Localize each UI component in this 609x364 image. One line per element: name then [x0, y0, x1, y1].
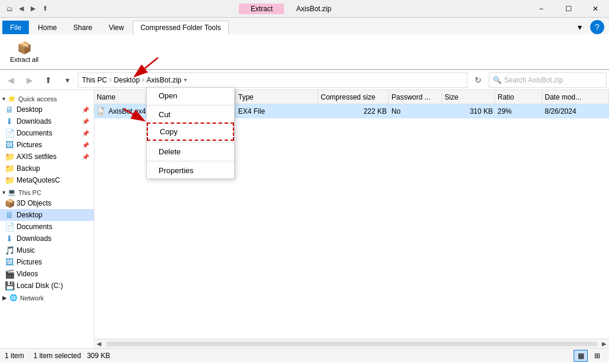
- this-pc-chevron: ▾: [2, 189, 5, 196]
- context-sep-3: [147, 161, 234, 161]
- help-button[interactable]: ?: [590, 20, 604, 34]
- large-icons-button[interactable]: ⊞: [590, 350, 604, 362]
- sidebar-item-downloads[interactable]: ⬇ Downloads 📌: [0, 115, 94, 127]
- search-icon: 🔍: [493, 76, 502, 84]
- quick-access-icon: 🗂: [5, 4, 14, 14]
- back-button[interactable]: ◀: [2, 72, 19, 88]
- extract-all-button[interactable]: 📦 Extract all: [5, 38, 44, 66]
- pin-icon-axis: 📌: [82, 154, 89, 160]
- extract-tab-title[interactable]: Extract: [239, 4, 284, 14]
- status-selected: 1 item selected 309 KB: [34, 352, 110, 360]
- sidebar-item-backup[interactable]: 📁 Backup: [0, 163, 94, 174]
- network-icon: 🌐: [9, 294, 18, 302]
- network-chevron: ▶: [2, 294, 7, 301]
- sidebar-item-downloads2[interactable]: ⬇ Downloads: [0, 233, 94, 244]
- file-icon: EX4: [97, 107, 106, 116]
- sidebar-item-pictures[interactable]: 🖼 Pictures 📌: [0, 139, 94, 151]
- sidebar-network[interactable]: ▶ 🌐 Network: [0, 292, 94, 303]
- sidebar-item-3d[interactable]: 📦 3D Objects: [0, 197, 94, 209]
- context-properties[interactable]: Properties: [147, 163, 234, 178]
- tab-home[interactable]: Home: [30, 21, 64, 34]
- scroll-right-btn[interactable]: ▶: [600, 339, 609, 349]
- context-open[interactable]: Open: [147, 88, 234, 104]
- sidebar-item-desktop2[interactable]: 🖥 Desktop: [0, 209, 94, 221]
- h-scrollbar-area[interactable]: ◀ ▶: [94, 339, 609, 348]
- context-delete[interactable]: Delete: [147, 144, 234, 160]
- col-password-label: Password ...: [391, 93, 430, 101]
- up-button[interactable]: ⬆: [40, 72, 57, 88]
- sidebar-3d-label: 3D Objects: [17, 199, 51, 207]
- recent-locations-button[interactable]: ▾: [59, 72, 75, 88]
- file-date-cell: 8/26/2024: [542, 104, 609, 118]
- maximize-button[interactable]: ☐: [555, 0, 582, 18]
- col-ratio[interactable]: Ratio: [495, 90, 542, 104]
- sidebar-item-pictures2[interactable]: 🖼 Pictures: [0, 256, 94, 268]
- documents2-icon: 📄: [5, 222, 14, 231]
- pictures-icon: 🖼: [5, 140, 14, 150]
- file-date: 8/26/2024: [545, 107, 576, 115]
- context-copy[interactable]: Copy: [147, 123, 234, 141]
- file-type-cell: EX4 File: [236, 104, 318, 118]
- ribbon-tabs: File Home Share View Compressed Folder T…: [0, 18, 609, 34]
- sidebar-item-videos[interactable]: 🎬 Videos: [0, 268, 94, 280]
- refresh-button[interactable]: ↻: [470, 72, 486, 88]
- up-icon[interactable]: ⬆: [40, 4, 50, 14]
- sidebar-item-music[interactable]: 🎵 Music: [0, 244, 94, 256]
- extract-icon: 📦: [17, 41, 32, 55]
- context-sep-1: [147, 105, 234, 105]
- sidebar-item-local-disk[interactable]: 💾 Local Disk (C:): [0, 280, 94, 292]
- breadcrumb-zip[interactable]: AxisBot.zip: [146, 76, 181, 84]
- breadcrumb-desktop[interactable]: Desktop: [114, 76, 140, 84]
- col-password[interactable]: Password ...: [389, 90, 442, 104]
- 3d-icon: 📦: [5, 198, 14, 208]
- forward-icon[interactable]: ▶: [28, 4, 38, 14]
- file-ratio: 29%: [498, 107, 512, 115]
- context-cut[interactable]: Cut: [147, 107, 234, 123]
- forward-button[interactable]: ▶: [21, 72, 38, 88]
- close-button[interactable]: ✕: [582, 0, 609, 18]
- drive-icon: 💾: [5, 281, 14, 290]
- col-name-label: Name: [97, 93, 116, 101]
- status-bar: 1 item 1 item selected 309 KB ▦ ⊞: [0, 348, 609, 362]
- tab-view[interactable]: View: [101, 21, 131, 34]
- music-icon: 🎵: [5, 246, 14, 255]
- minimize-button[interactable]: −: [528, 0, 555, 18]
- col-compressed-size[interactable]: Compressed size: [318, 90, 389, 104]
- sidebar-local-disk-label: Local Disk (C:): [17, 282, 63, 290]
- sidebar-backup-label: Backup: [17, 164, 40, 173]
- ribbon-expand-btn[interactable]: ▾: [572, 20, 587, 34]
- sidebar-item-documents2[interactable]: 📄 Documents: [0, 221, 94, 233]
- status-item-count: 1 item: [5, 352, 24, 360]
- desktop2-icon: 🖥: [5, 210, 14, 220]
- back-icon[interactable]: ◀: [17, 4, 26, 14]
- tab-share[interactable]: Share: [65, 21, 100, 34]
- pictures2-icon: 🖼: [5, 257, 14, 267]
- breadcrumb[interactable]: This PC › Desktop › AxisBot.zip ▾: [78, 72, 468, 88]
- sidebar-item-metaquotes[interactable]: 📁 MetaQuotesC: [0, 174, 94, 186]
- sidebar-item-axis[interactable]: 📁 AXIS setfiles 📌: [0, 151, 94, 163]
- address-bar: ◀ ▶ ⬆ ▾ This PC › Desktop › AxisBot.zip …: [0, 70, 609, 90]
- title-bar-icons: 🗂 ◀ ▶ ⬆: [0, 4, 54, 14]
- col-date[interactable]: Date mod...: [542, 90, 609, 104]
- title-zip-name: AxisBot.zip: [284, 4, 343, 14]
- col-size[interactable]: Size: [442, 90, 495, 104]
- details-view-button[interactable]: ▦: [574, 350, 588, 362]
- sidebar-documents2-label: Documents: [17, 223, 52, 231]
- downloads2-icon: ⬇: [5, 234, 14, 243]
- context-sep-2: [147, 142, 234, 143]
- tab-compressed[interactable]: Compressed Folder Tools: [133, 21, 229, 35]
- sidebar-meta-label: MetaQuotesC: [17, 176, 60, 184]
- search-box[interactable]: 🔍 Search AxisBot.zip: [489, 72, 607, 88]
- ribbon-content: 📦 Extract all: [0, 34, 609, 70]
- h-scrollbar-track[interactable]: [106, 342, 597, 346]
- col-type[interactable]: Type: [236, 90, 318, 104]
- file-type: EX4 File: [238, 107, 265, 115]
- tab-file[interactable]: File: [2, 21, 29, 34]
- sidebar-this-pc[interactable]: ▾ 💻 This PC: [0, 186, 94, 197]
- sidebar-item-desktop[interactable]: 🖥 Desktop 📌: [0, 104, 94, 115]
- breadcrumb-this-pc[interactable]: This PC: [82, 76, 107, 84]
- scroll-left-btn[interactable]: ◀: [94, 339, 104, 349]
- quick-access-icon: ⭐: [8, 95, 16, 102]
- sidebar-item-documents[interactable]: 📄 Documents 📌: [0, 127, 94, 139]
- meta-folder-icon: 📁: [5, 176, 14, 185]
